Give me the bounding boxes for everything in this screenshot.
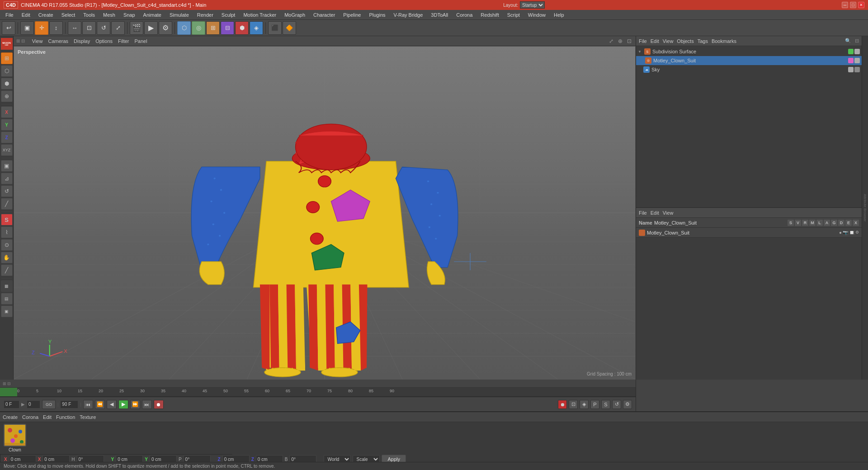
workspace-button[interactable]: ⬛ [268,21,282,35]
obj-menu-objects[interactable]: Objects [677,38,693,44]
object-nurbs-button[interactable]: ◎ [192,21,205,35]
viewport-menu-options[interactable]: Options [95,38,113,44]
anim-sel-button[interactable]: S [601,400,610,409]
model-mode-button[interactable]: ▣ [20,21,34,35]
material-button[interactable]: 🔶 [283,21,296,35]
tool-lasso[interactable]: ⊿ [1,173,13,184]
menu-plugins[interactable]: Plugins [365,11,389,19]
tool-sculpt-inflate[interactable]: ⊙ [1,239,13,251]
obj-collapse-icon[interactable]: ⊟ [855,38,859,44]
undo-button[interactable]: ↩ [2,21,15,35]
object-generator-button[interactable]: ⊟ [221,21,234,35]
tool-sculpt-knife[interactable]: ╱ [1,264,13,276]
obj-menu-tags[interactable]: Tags [698,38,708,44]
obj-vis-render[interactable]: 🔲 [849,230,854,235]
tool-grid1[interactable]: ▦ [1,280,13,292]
menu-create[interactable]: Create [35,11,57,19]
tool-polygon[interactable]: ⬡ [1,65,13,77]
end-frame-input[interactable] [60,400,78,409]
obj-vis-s[interactable]: ● [839,230,842,235]
rotate-button[interactable]: ↺ [97,21,110,35]
menu-3dtoall[interactable]: 3DToAll [427,11,452,19]
tool-move[interactable]: ⊞ [1,52,13,64]
vp-lock-icon[interactable]: ⊡ [626,38,633,45]
go-to-end-button[interactable]: ⏭ [142,400,152,409]
viewport-menu-cameras[interactable]: Cameras [48,38,68,44]
menu-tools[interactable]: Tools [80,11,99,19]
tool-loop[interactable]: ↺ [1,185,13,197]
minimize-button[interactable]: ─ [842,2,848,8]
anim-record-button[interactable]: ⏺ [558,400,567,409]
anim-loop-button[interactable]: ↺ [612,400,621,409]
active-tool-button[interactable]: ✛ [35,21,48,35]
anim-key-button[interactable]: ◈ [580,400,589,409]
obj-item-subdivision[interactable]: ▼ S Subdivision Surface [636,47,862,56]
menu-edit[interactable]: Edit [18,11,34,19]
tool-grid3[interactable]: ▣ [1,306,13,317]
prop-l-icon[interactable]: L [816,220,823,226]
vp-expand-icon[interactable]: ⤢ [608,38,615,45]
prop-d-icon[interactable]: D [838,220,844,226]
obj-vis-camera[interactable]: 📷 [843,230,848,235]
tool-selection[interactable]: ▣ [1,160,13,172]
obj-menu-bookmarks[interactable]: Bookmarks [712,38,736,44]
menu-script[interactable]: Script [504,11,524,19]
menu-render[interactable]: Render [193,11,217,19]
restore-button[interactable]: □ [850,2,856,8]
menu-redshift[interactable]: Redshift [477,11,502,19]
menu-animate[interactable]: Animate [140,11,165,19]
prop-v-icon[interactable]: V [795,220,801,226]
tool-vertex[interactable]: ⊕ [1,90,13,102]
current-frame-input[interactable] [4,400,19,409]
play-button[interactable]: ▶ [118,400,128,409]
prop-m-icon[interactable]: M [809,220,816,226]
anim-settings-button[interactable]: ⚙ [623,400,632,409]
menu-vray[interactable]: V-Ray Bridge [390,11,427,19]
tool-x[interactable]: X [1,106,13,118]
obj-menu-edit[interactable]: Edit [651,38,659,44]
menu-help[interactable]: Help [550,11,568,19]
menu-corona[interactable]: Corona [453,11,476,19]
menu-sculpt[interactable]: Sculpt [218,11,239,19]
scale-button[interactable]: ⊡ [82,21,96,35]
layout-dropdown[interactable]: Startup [520,1,545,9]
menu-pipeline[interactable]: Pipeline [340,11,364,19]
object-polygon-button[interactable]: ⬡ [177,21,191,35]
go-to-start-button[interactable]: ⏮ [83,400,93,409]
tool-line[interactable]: ╱ [1,198,13,210]
go-button[interactable]: GO [42,400,56,409]
viewport-menu-filter[interactable]: Filter [118,38,129,44]
viewport-menu-view[interactable]: View [32,38,43,44]
move-button[interactable]: ↔ [68,21,81,35]
obj-item-clown[interactable]: ◎ Motley_Clown_Suit [636,56,862,65]
tool-sculpt-smooth[interactable]: ⌇ [1,226,13,238]
material-thumbnail[interactable] [4,424,26,446]
record-button[interactable]: ⏺ [154,400,164,409]
mat-tab-texture[interactable]: Texture [80,414,96,420]
attrs-menu-edit[interactable]: Edit [651,210,659,216]
render-view-button[interactable]: 🎬 [130,21,143,35]
object-field-button[interactable]: ◈ [250,21,263,35]
obj-color-swatch[interactable] [639,230,645,236]
menu-motion-tracker[interactable]: Motion Tracker [240,11,280,19]
obj-menu-file[interactable]: File [639,38,647,44]
mat-tab-edit[interactable]: Edit [43,414,52,420]
anim-auto-button[interactable]: ⊡ [569,400,578,409]
texture-mode-button[interactable]: ↕ [49,21,63,35]
viewport-menu-panel[interactable]: Panel [135,38,147,44]
transform-button[interactable]: ⤢ [111,21,125,35]
material-item-clown[interactable]: Clown [4,424,26,452]
render-settings-button[interactable]: ⚙ [159,21,172,35]
menu-file[interactable]: File [2,11,17,19]
object-effector-button[interactable]: ⬢ [235,21,249,35]
prop-x-icon[interactable]: X [853,220,859,226]
tool-sculpt-grab[interactable]: ✋ [1,252,13,263]
prop-r-icon[interactable]: R [802,220,808,226]
prop-a-icon[interactable]: A [824,220,830,226]
menu-select[interactable]: Select [58,11,79,19]
menu-snap[interactable]: Snap [120,11,139,19]
attrs-menu-view[interactable]: View [663,210,674,216]
menu-mograph[interactable]: MoGraph [281,11,309,19]
close-button[interactable]: ✕ [858,2,864,8]
prop-g-icon[interactable]: G [831,220,837,226]
